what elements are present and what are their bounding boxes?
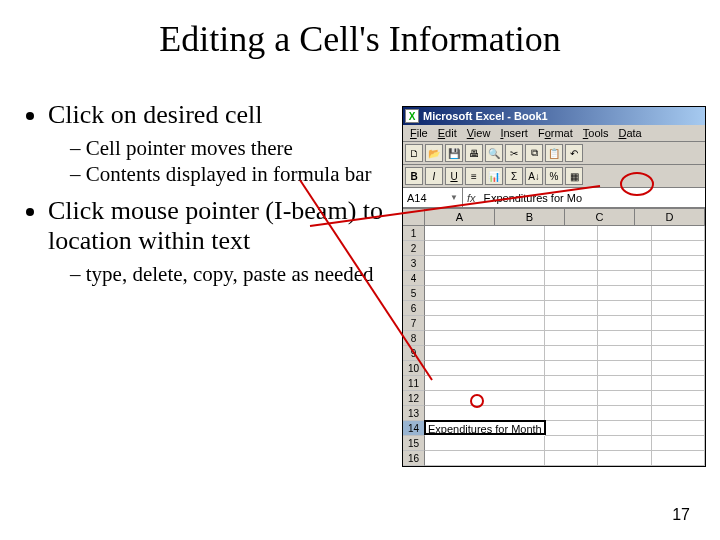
cell-A8[interactable]: [425, 331, 545, 346]
row-header-10[interactable]: 10: [403, 361, 425, 376]
cell-C3[interactable]: [598, 256, 651, 271]
percent-icon[interactable]: %: [545, 167, 563, 185]
cell-B12[interactable]: [545, 391, 598, 406]
cell-C11[interactable]: [598, 376, 651, 391]
cell-B10[interactable]: [545, 361, 598, 376]
print-icon[interactable]: 🖶: [465, 144, 483, 162]
menu-format[interactable]: Format: [533, 126, 578, 140]
cell-A6[interactable]: [425, 301, 545, 316]
row-header-15[interactable]: 15: [403, 436, 425, 451]
cell-C1[interactable]: [598, 226, 651, 241]
cell-D12[interactable]: [652, 391, 705, 406]
chart-icon[interactable]: 📊: [485, 167, 503, 185]
cell-B15[interactable]: [545, 436, 598, 451]
borders-icon[interactable]: ▦: [565, 167, 583, 185]
cell-A13[interactable]: [425, 406, 545, 421]
fx-label[interactable]: fx: [463, 192, 480, 204]
row-header-1[interactable]: 1: [403, 226, 425, 241]
formula-bar[interactable]: Expenditures for Mo: [480, 192, 705, 204]
cell-C9[interactable]: [598, 346, 651, 361]
cell-D6[interactable]: [652, 301, 705, 316]
cell-A15[interactable]: [425, 436, 545, 451]
cell-D13[interactable]: [652, 406, 705, 421]
row-header-16[interactable]: 16: [403, 451, 425, 466]
menu-file[interactable]: File: [405, 126, 433, 140]
align-left-icon[interactable]: ≡: [465, 167, 483, 185]
cell-A14[interactable]: Expenditures for Month: [424, 420, 546, 435]
cell-A16[interactable]: [425, 451, 545, 466]
underline-icon[interactable]: U: [445, 167, 463, 185]
cell-B16[interactable]: [545, 451, 598, 466]
select-all-corner[interactable]: [403, 209, 425, 225]
col-D[interactable]: D: [635, 209, 705, 225]
col-C[interactable]: C: [565, 209, 635, 225]
row-header-8[interactable]: 8: [403, 331, 425, 346]
cell-D10[interactable]: [652, 361, 705, 376]
row-header-3[interactable]: 3: [403, 256, 425, 271]
row-header-9[interactable]: 9: [403, 346, 425, 361]
cell-A4[interactable]: [425, 271, 545, 286]
undo-icon[interactable]: ↶: [565, 144, 583, 162]
cell-A9[interactable]: [425, 346, 545, 361]
cell-A3[interactable]: [425, 256, 545, 271]
cell-B14[interactable]: [545, 421, 598, 436]
menu-edit[interactable]: Edit: [433, 126, 462, 140]
copy-icon[interactable]: ⧉: [525, 144, 543, 162]
row-header-5[interactable]: 5: [403, 286, 425, 301]
cell-C14[interactable]: [598, 421, 651, 436]
row-header-14[interactable]: 14: [403, 421, 425, 436]
cell-B3[interactable]: [545, 256, 598, 271]
cell-C4[interactable]: [598, 271, 651, 286]
sort-icon[interactable]: A↓: [525, 167, 543, 185]
cell-A10[interactable]: [425, 361, 545, 376]
cell-B13[interactable]: [545, 406, 598, 421]
cell-D4[interactable]: [652, 271, 705, 286]
cell-A5[interactable]: [425, 286, 545, 301]
cell-D2[interactable]: [652, 241, 705, 256]
row-header-11[interactable]: 11: [403, 376, 425, 391]
row-header-13[interactable]: 13: [403, 406, 425, 421]
italic-icon[interactable]: I: [425, 167, 443, 185]
col-A[interactable]: A: [425, 209, 495, 225]
bold-icon[interactable]: B: [405, 167, 423, 185]
row-header-2[interactable]: 2: [403, 241, 425, 256]
cell-A11[interactable]: [425, 376, 545, 391]
name-box[interactable]: A14 ▼: [403, 188, 463, 207]
cell-C7[interactable]: [598, 316, 651, 331]
paste-icon[interactable]: 📋: [545, 144, 563, 162]
cell-C6[interactable]: [598, 301, 651, 316]
cell-A7[interactable]: [425, 316, 545, 331]
row-header-7[interactable]: 7: [403, 316, 425, 331]
cell-D5[interactable]: [652, 286, 705, 301]
cell-B1[interactable]: [545, 226, 598, 241]
cell-D8[interactable]: [652, 331, 705, 346]
search-icon[interactable]: 🔍: [485, 144, 503, 162]
cell-B7[interactable]: [545, 316, 598, 331]
cell-C5[interactable]: [598, 286, 651, 301]
cell-C8[interactable]: [598, 331, 651, 346]
cell-C2[interactable]: [598, 241, 651, 256]
cell-D7[interactable]: [652, 316, 705, 331]
cell-D15[interactable]: [652, 436, 705, 451]
menu-view[interactable]: View: [462, 126, 496, 140]
cell-C13[interactable]: [598, 406, 651, 421]
row-header-4[interactable]: 4: [403, 271, 425, 286]
new-icon[interactable]: 🗋: [405, 144, 423, 162]
row-header-12[interactable]: 12: [403, 391, 425, 406]
cell-C12[interactable]: [598, 391, 651, 406]
cell-A1[interactable]: [425, 226, 545, 241]
sum-icon[interactable]: Σ: [505, 167, 523, 185]
cell-B5[interactable]: [545, 286, 598, 301]
cell-A2[interactable]: [425, 241, 545, 256]
cut-icon[interactable]: ✂: [505, 144, 523, 162]
cell-C15[interactable]: [598, 436, 651, 451]
cell-B8[interactable]: [545, 331, 598, 346]
namebox-dropdown-icon[interactable]: ▼: [450, 193, 458, 202]
cell-D14[interactable]: [652, 421, 705, 436]
cell-D1[interactable]: [652, 226, 705, 241]
cell-B6[interactable]: [545, 301, 598, 316]
cell-B4[interactable]: [545, 271, 598, 286]
cell-B2[interactable]: [545, 241, 598, 256]
spreadsheet-grid[interactable]: A B C D 1234567891011121314Expenditures …: [403, 208, 705, 466]
menu-insert[interactable]: Insert: [495, 126, 533, 140]
